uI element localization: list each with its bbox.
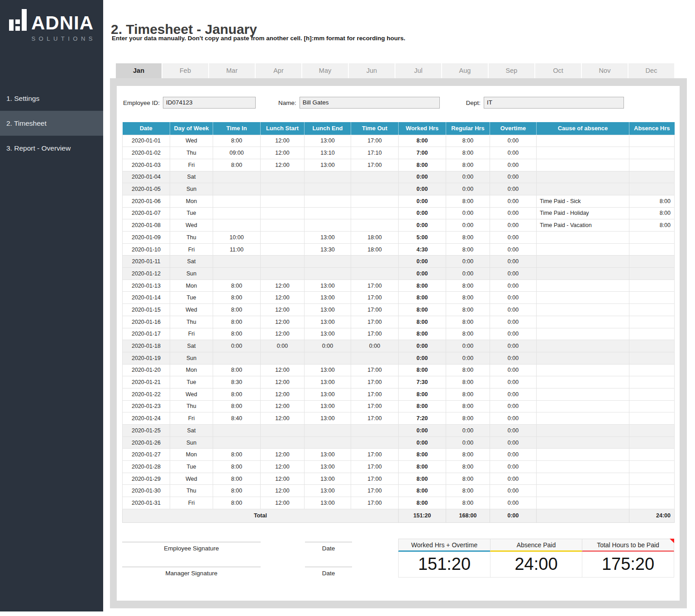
lunch-end-cell[interactable]: 13:00 <box>305 135 351 147</box>
lunch-end-cell[interactable]: 13:00 <box>305 473 351 485</box>
lunch-start-cell[interactable]: 12:00 <box>261 485 305 497</box>
absence-hrs-cell[interactable] <box>629 461 675 473</box>
cause-of-absence-cell[interactable] <box>537 436 629 449</box>
time-out-cell[interactable] <box>351 268 399 280</box>
lunch-end-cell[interactable] <box>305 436 351 449</box>
lunch-end-cell[interactable]: 0:00 <box>305 340 351 352</box>
time-out-cell[interactable] <box>351 183 399 195</box>
time-out-cell[interactable] <box>351 171 399 183</box>
cause-of-absence-cell[interactable] <box>537 304 629 316</box>
absence-hrs-cell[interactable] <box>629 364 675 376</box>
time-out-cell[interactable] <box>351 256 399 268</box>
cause-of-absence-cell[interactable] <box>537 316 629 328</box>
lunch-end-cell[interactable]: 13:00 <box>305 292 351 304</box>
time-out-cell[interactable] <box>351 425 399 437</box>
time-in-cell[interactable]: 11:00 <box>213 243 261 256</box>
lunch-end-cell[interactable] <box>305 171 351 183</box>
cause-of-absence-cell[interactable] <box>537 159 629 171</box>
time-in-cell[interactable]: 8:00 <box>213 304 261 316</box>
lunch-start-cell[interactable]: 12:00 <box>261 135 305 147</box>
time-out-cell[interactable]: 17:00 <box>351 292 399 304</box>
time-in-cell[interactable] <box>213 268 261 280</box>
time-in-cell[interactable]: 8:00 <box>213 388 261 400</box>
time-in-cell[interactable]: 8:30 <box>213 376 261 389</box>
time-in-cell[interactable] <box>213 256 261 268</box>
tab-aug[interactable]: Aug <box>442 63 488 78</box>
time-out-cell[interactable]: 17:10 <box>351 147 399 159</box>
employee-signature-date-line[interactable]: Date <box>305 542 352 552</box>
lunch-end-cell[interactable]: 13:00 <box>305 400 351 412</box>
tab-oct[interactable]: Oct <box>535 63 581 78</box>
time-out-cell[interactable]: 17:00 <box>351 328 399 340</box>
lunch-start-cell[interactable] <box>261 243 305 256</box>
time-out-cell[interactable]: 17:00 <box>351 485 399 497</box>
cause-of-absence-cell[interactable] <box>537 292 629 304</box>
cause-of-absence-cell[interactable] <box>537 388 629 400</box>
time-in-cell[interactable] <box>213 195 261 207</box>
time-in-cell[interactable]: 8:00 <box>213 364 261 376</box>
absence-hrs-cell[interactable] <box>629 171 675 183</box>
cause-of-absence-cell[interactable] <box>537 183 629 195</box>
absence-hrs-cell[interactable] <box>629 449 675 461</box>
lunch-end-cell[interactable] <box>305 207 351 219</box>
cause-of-absence-cell[interactable] <box>537 497 629 509</box>
time-out-cell[interactable]: 17:00 <box>351 304 399 316</box>
absence-hrs-cell[interactable] <box>629 340 675 352</box>
employee-id-field[interactable]: ID074123 <box>163 97 256 109</box>
cause-of-absence-cell[interactable]: Time Paid - Holiday <box>537 207 629 219</box>
lunch-start-cell[interactable]: 12:00 <box>261 473 305 485</box>
cause-of-absence-cell[interactable] <box>537 412 629 425</box>
cause-of-absence-cell[interactable] <box>537 461 629 473</box>
absence-hrs-cell[interactable] <box>629 232 675 244</box>
cause-of-absence-cell[interactable] <box>537 147 629 159</box>
lunch-start-cell[interactable] <box>261 352 305 364</box>
time-out-cell[interactable]: 18:00 <box>351 243 399 256</box>
cause-of-absence-cell[interactable] <box>537 449 629 461</box>
lunch-end-cell[interactable] <box>305 256 351 268</box>
time-in-cell[interactable]: 8:00 <box>213 449 261 461</box>
time-in-cell[interactable]: 8:00 <box>213 292 261 304</box>
lunch-end-cell[interactable]: 13:00 <box>305 485 351 497</box>
time-out-cell[interactable]: 17:00 <box>351 280 399 292</box>
cause-of-absence-cell[interactable] <box>537 232 629 244</box>
time-in-cell[interactable]: 8:00 <box>213 280 261 292</box>
manager-signature-line[interactable]: Manager Signature <box>122 567 261 577</box>
lunch-start-cell[interactable]: 12:00 <box>261 497 305 509</box>
lunch-start-cell[interactable] <box>261 256 305 268</box>
lunch-start-cell[interactable]: 12:00 <box>261 449 305 461</box>
absence-hrs-cell[interactable] <box>629 292 675 304</box>
lunch-start-cell[interactable]: 0:00 <box>261 340 305 352</box>
time-out-cell[interactable]: 17:00 <box>351 473 399 485</box>
absence-hrs-cell[interactable]: 8:00 <box>629 207 675 219</box>
lunch-end-cell[interactable] <box>305 195 351 207</box>
time-out-cell[interactable]: 18:00 <box>351 232 399 244</box>
time-in-cell[interactable]: 8:00 <box>213 400 261 412</box>
cause-of-absence-cell[interactable] <box>537 243 629 256</box>
absence-hrs-cell[interactable] <box>629 388 675 400</box>
lunch-end-cell[interactable]: 13:00 <box>305 461 351 473</box>
lunch-end-cell[interactable]: 13:00 <box>305 497 351 509</box>
lunch-start-cell[interactable]: 12:00 <box>261 147 305 159</box>
time-in-cell[interactable]: 8:00 <box>213 485 261 497</box>
absence-hrs-cell[interactable] <box>629 316 675 328</box>
time-in-cell[interactable]: 8:00 <box>213 473 261 485</box>
tab-sep[interactable]: Sep <box>489 63 534 78</box>
time-out-cell[interactable]: 17:00 <box>351 400 399 412</box>
tab-feb[interactable]: Feb <box>162 63 208 78</box>
time-out-cell[interactable]: 0:00 <box>351 340 399 352</box>
sidebar-item-timesheet[interactable]: 2. Timesheet <box>0 111 103 136</box>
time-out-cell[interactable] <box>351 195 399 207</box>
lunch-start-cell[interactable] <box>261 207 305 219</box>
time-in-cell[interactable]: 0:00 <box>213 340 261 352</box>
lunch-end-cell[interactable]: 13:00 <box>305 316 351 328</box>
time-out-cell[interactable] <box>351 207 399 219</box>
time-out-cell[interactable]: 17:00 <box>351 316 399 328</box>
absence-hrs-cell[interactable] <box>629 280 675 292</box>
cause-of-absence-cell[interactable]: Time Paid - Sick <box>537 195 629 207</box>
lunch-end-cell[interactable]: 13:00 <box>305 159 351 171</box>
time-in-cell[interactable] <box>213 219 261 232</box>
tab-jan[interactable]: Jan <box>116 63 162 78</box>
lunch-start-cell[interactable]: 12:00 <box>261 400 305 412</box>
time-out-cell[interactable]: 17:00 <box>351 159 399 171</box>
time-in-cell[interactable]: 8:40 <box>213 412 261 425</box>
